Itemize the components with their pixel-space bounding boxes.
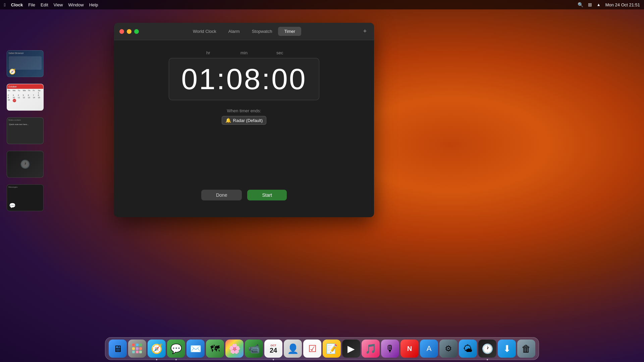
sec-label: sec xyxy=(262,50,298,55)
thumbnail-messages[interactable]: Messages 💬 xyxy=(7,184,44,211)
dock-item-finder[interactable]: 🖥 xyxy=(109,340,127,358)
window-titlebar: World Clock Alarm Stopwatch Timer + xyxy=(114,23,374,40)
clock-icon: 🕐 xyxy=(482,343,493,354)
tab-stopwatch[interactable]: Stopwatch xyxy=(246,27,278,36)
thumbnail-safari[interactable]: Safari Browser 🧭 xyxy=(7,50,44,77)
sound-name: Radar (Default) xyxy=(233,118,263,123)
messages-icon: 💬 xyxy=(170,343,182,354)
button-row: Done Start xyxy=(201,190,287,200)
tab-timer[interactable]: Timer xyxy=(278,27,301,36)
edit-menu[interactable]: Edit xyxy=(41,2,48,7)
weather-icon: 🌤 xyxy=(463,343,473,354)
music-icon: 🎵 xyxy=(365,343,377,354)
dock-item-facetime[interactable]: 📹 xyxy=(245,340,263,358)
timer-display-wrapper[interactable]: 01:08:00 xyxy=(169,58,319,100)
dock-item-photos[interactable]: 🌸 xyxy=(225,340,244,358)
minimize-button[interactable] xyxy=(127,29,131,34)
tab-alarm[interactable]: Alarm xyxy=(222,27,246,36)
datetime-display: Mon 24 Oct 21:51 xyxy=(605,2,640,7)
close-button[interactable] xyxy=(119,29,124,34)
thumbnail-notes[interactable]: Notes content Quick note text here... xyxy=(7,117,44,144)
tab-bar: World Clock Alarm Stopwatch Timer xyxy=(119,27,369,36)
dock-item-music[interactable]: 🎵 xyxy=(362,340,380,358)
finder-icon: 🖥 xyxy=(113,343,122,354)
start-button[interactable]: Start xyxy=(247,190,287,200)
clock-window: World Clock Alarm Stopwatch Timer + hr m… xyxy=(114,23,374,217)
dock-item-podcasts[interactable]: 🎙 xyxy=(381,340,399,358)
contacts-icon: 👤 xyxy=(287,343,299,354)
dock-item-safari[interactable]: 🧭 xyxy=(148,340,166,358)
menubar:  Clock File Edit View Window Help 🔍 ⊞ ▲… xyxy=(0,0,644,9)
appletv-icon: ▶ xyxy=(347,343,355,354)
dock-item-weather[interactable]: 🌤 xyxy=(459,340,477,358)
help-menu[interactable]: Help xyxy=(89,2,98,7)
appstore-icon: A xyxy=(427,344,432,353)
reminders-icon: ☑ xyxy=(308,343,317,354)
when-timer-ends-section: When timer ends: 🔔 Radar (Default) xyxy=(222,108,267,125)
dock-item-airdrop[interactable]: ⬇ xyxy=(498,340,516,358)
launchpad-icon xyxy=(132,344,142,354)
control-center-icon[interactable]: ⊞ xyxy=(588,2,592,7)
file-menu[interactable]: File xyxy=(28,2,35,7)
dock-item-notes[interactable]: 📝 xyxy=(323,340,341,358)
dock-item-news[interactable]: N xyxy=(400,340,419,358)
mail-icon: ✉️ xyxy=(190,343,202,354)
maximize-button[interactable] xyxy=(134,29,139,34)
apple-menu[interactable]:  xyxy=(4,2,6,7)
dock-item-maps[interactable]: 🗺 xyxy=(206,340,224,358)
news-icon: N xyxy=(407,345,412,353)
traffic-lights xyxy=(119,29,139,34)
tab-world-clock[interactable]: World Clock xyxy=(187,27,222,36)
podcasts-icon: 🎙 xyxy=(385,343,395,354)
dock-item-appstore[interactable]: A xyxy=(420,340,438,358)
timer-content: hr min sec 01:08:00 When timer ends: 🔔 R… xyxy=(114,40,374,217)
thumbnail-calendar[interactable]: October SuMoTuWeThFrSa 1 2345678 9101112… xyxy=(7,84,44,111)
add-tab-button[interactable]: + xyxy=(361,28,369,35)
dock-item-launchpad[interactable] xyxy=(128,340,146,358)
mission-control-thumbnails: Safari Browser 🧭 October SuMoTuWeThFrSa … xyxy=(7,50,44,211)
dock: 🖥 🧭 💬 ✉️ 🗺 xyxy=(105,337,539,360)
search-icon[interactable]: 🔍 xyxy=(578,2,583,7)
dock-item-mail[interactable]: ✉️ xyxy=(186,340,205,358)
safari-thumb-icon: 🧭 xyxy=(9,68,16,75)
dock-item-calendar[interactable]: OCT 24 xyxy=(264,340,282,358)
dock-item-system-preferences[interactable]: ⚙ xyxy=(439,340,458,358)
timer-display[interactable]: 01:08:00 xyxy=(181,64,307,94)
dock-item-messages[interactable]: 💬 xyxy=(167,340,185,358)
clock-dot xyxy=(487,359,488,360)
dock-item-appletv[interactable]: ▶ xyxy=(342,340,360,358)
dock-item-reminders[interactable]: ☑ xyxy=(303,340,321,358)
thumbnail-clock[interactable]: 🕐 xyxy=(7,151,44,178)
app-name-menu[interactable]: Clock xyxy=(11,2,23,7)
wifi-icon[interactable]: ▲ xyxy=(597,2,601,7)
trash-icon: 🗑 xyxy=(522,343,531,354)
safari-dot xyxy=(156,359,157,360)
notes-icon: 📝 xyxy=(326,343,338,354)
sound-emoji: 🔔 xyxy=(225,118,231,123)
timer-unit-labels: hr min sec xyxy=(191,50,298,55)
desktop:  Clock File Edit View Window Help 🔍 ⊞ ▲… xyxy=(0,0,644,362)
photos-icon: 🌸 xyxy=(229,343,240,354)
syspreferences-icon: ⚙ xyxy=(445,344,452,353)
done-button[interactable]: Done xyxy=(201,190,242,200)
safari-icon: 🧭 xyxy=(151,343,163,354)
facetime-icon: 📹 xyxy=(248,343,260,354)
window-menu[interactable]: Window xyxy=(68,2,84,7)
hr-label: hr xyxy=(191,50,226,55)
dock-item-contacts[interactable]: 👤 xyxy=(284,340,302,358)
calendar-dot xyxy=(273,359,274,360)
dock-item-clock[interactable]: 🕐 xyxy=(478,340,496,358)
dock-item-trash[interactable]: 🗑 xyxy=(517,340,535,358)
when-label: When timer ends: xyxy=(227,108,261,113)
airdrop-icon: ⬇ xyxy=(503,343,511,354)
view-menu[interactable]: View xyxy=(54,2,63,7)
maps-icon: 🗺 xyxy=(210,343,220,354)
messages-dot xyxy=(175,359,177,360)
sound-selector[interactable]: 🔔 Radar (Default) xyxy=(222,116,267,125)
min-label: min xyxy=(226,50,262,55)
